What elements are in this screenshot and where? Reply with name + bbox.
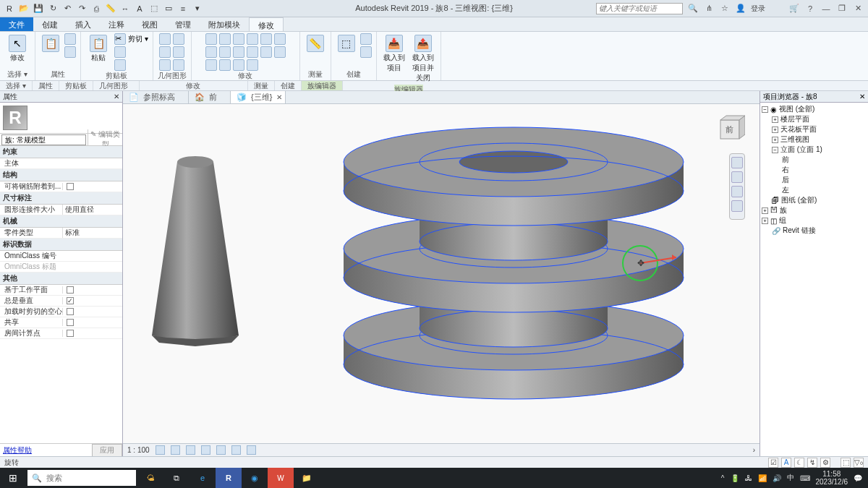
match-button[interactable] [114, 59, 148, 71]
node-views[interactable]: −◉视图 (全部) [762, 104, 867, 114]
delete-icon[interactable] [274, 46, 286, 58]
node-elev-left[interactable]: 左 [762, 185, 867, 195]
taskbar-search[interactable]: 🔍 搜索 [27, 470, 136, 486]
rebar-checkbox[interactable] [67, 183, 74, 190]
tab-view[interactable]: 视图 [133, 17, 166, 31]
tray-battery-icon[interactable]: 🔋 [731, 474, 739, 482]
hide-isolate-icon[interactable] [231, 445, 241, 455]
dim-icon[interactable]: ↔ [120, 4, 130, 14]
view-tab-3d[interactable]: 🧊 {三维}✕ [231, 91, 286, 103]
node-links[interactable]: 🔗Revit 链接 [762, 226, 867, 236]
copy-mod-icon[interactable] [247, 33, 258, 45]
align-icon[interactable] [205, 33, 217, 45]
group-icon[interactable] [360, 33, 372, 45]
scroll-right-icon[interactable]: › [753, 446, 755, 454]
view-tab-front[interactable]: 🏠 前 [189, 91, 231, 103]
mirror1-icon[interactable] [260, 33, 272, 45]
prop-void-cut[interactable]: 加载时剪切的空心 [0, 307, 122, 317]
editable-icon[interactable]: A [781, 458, 791, 468]
tray-ime-icon[interactable]: 中 [787, 473, 794, 483]
demolish-icon[interactable] [247, 59, 258, 71]
prop-share[interactable]: 共享 [0, 317, 122, 328]
split-icon[interactable] [233, 46, 244, 58]
minimize-button[interactable]: — [820, 3, 832, 14]
reveal-icon[interactable] [247, 445, 256, 455]
measure-icon[interactable]: 📏 [106, 4, 116, 14]
load-into-project-button[interactable]: 📥载入到 项目 [381, 33, 407, 74]
tab-annotate[interactable]: 注释 [100, 17, 133, 31]
cut-geom-icon[interactable] [159, 46, 171, 58]
trim-icon[interactable] [219, 46, 231, 58]
prop-host[interactable]: 主体 [0, 158, 122, 169]
properties-close-icon[interactable]: ✕ [114, 93, 119, 100]
workplane-checkbox[interactable] [67, 286, 74, 294]
filter-icon[interactable]: ▽₀ [854, 458, 864, 468]
tray-input-icon[interactable]: ⌨ [800, 474, 810, 482]
navigation-bar[interactable] [729, 153, 745, 220]
modify-button[interactable]: ↖修改 [4, 33, 30, 64]
join-icon[interactable] [173, 46, 184, 58]
extend-icon[interactable] [233, 59, 244, 71]
close-button[interactable]: ✕ [852, 3, 864, 14]
prop-part-type[interactable]: 零件类型标准 [0, 228, 122, 239]
section-icon[interactable]: ▭ [163, 4, 174, 14]
apply-button[interactable]: 应用 [92, 444, 122, 457]
print-icon[interactable]: ⎙ [91, 4, 101, 14]
move-icon[interactable] [219, 33, 231, 45]
prop-omni-num[interactable]: OmniClass 编号 [0, 251, 122, 262]
login-label[interactable]: 登录 [751, 4, 765, 14]
array-icon[interactable] [274, 33, 286, 45]
comm-icon[interactable]: ⋔ [703, 3, 715, 14]
detail-level-icon[interactable] [156, 445, 165, 455]
zoom-icon[interactable] [731, 186, 743, 197]
node-elev-front[interactable]: 前 [762, 155, 867, 165]
vertical-checkbox[interactable] [67, 297, 74, 304]
void-checkbox[interactable] [67, 308, 74, 315]
load-close-button[interactable]: 📤载入到 项目并关闭 [410, 33, 436, 85]
node-floor-plans[interactable]: +楼层平面 [762, 114, 867, 124]
taskbar-weather-icon[interactable]: 🌤 [137, 468, 163, 488]
node-elev-right[interactable]: 右 [762, 165, 867, 175]
prop-round-connector[interactable]: 圆形连接件大小使用直径 [0, 205, 122, 215]
moon-icon[interactable]: ☾ [794, 458, 804, 468]
design-options-icon[interactable]: ↯ [807, 458, 817, 468]
node-sheets[interactable]: 🗐图纸 (全部) [762, 195, 867, 205]
cope-icon[interactable] [159, 33, 171, 45]
share-checkbox[interactable] [67, 319, 74, 326]
3d-icon[interactable]: ⬚ [149, 4, 159, 14]
tray-wifi-icon[interactable]: 📶 [758, 474, 767, 482]
maximize-button[interactable]: ❐ [836, 3, 848, 14]
settings-icon[interactable]: ⚙ [820, 458, 830, 468]
tab-modify[interactable]: 修改 [249, 17, 284, 31]
visual-style-icon[interactable] [171, 445, 180, 455]
view-tab-close-icon[interactable]: ✕ [276, 93, 282, 101]
viewport-canvas[interactable]: ✥ 前 [123, 104, 760, 443]
save-icon[interactable]: 💾 [33, 4, 43, 14]
tab-insert[interactable]: 插入 [67, 17, 100, 31]
select-filter-icon[interactable]: ☑ [768, 458, 778, 468]
uncut-icon[interactable] [173, 33, 184, 45]
split-face-icon[interactable] [173, 59, 184, 71]
unpin-icon[interactable] [219, 59, 231, 71]
taskbar-taskview-icon[interactable]: ⧉ [163, 468, 190, 488]
thin-icon[interactable]: ≡ [178, 4, 188, 14]
prop-omni-title[interactable]: OmniClass 标题 [0, 262, 122, 273]
close-hidden-icon[interactable]: ▾ [192, 4, 203, 14]
undo-icon[interactable]: ↶ [62, 4, 72, 14]
properties-button[interactable]: 📋 [40, 33, 61, 53]
link-select-icon[interactable]: ⬚ [841, 458, 851, 468]
taskbar-explorer-icon[interactable]: 📁 [294, 468, 320, 488]
scale-label[interactable]: 1 : 100 [127, 446, 150, 454]
taskbar-revit-icon[interactable]: R [216, 468, 242, 488]
prop-room-calc[interactable]: 房间计算点 [0, 328, 122, 339]
open-icon[interactable]: 📂 [19, 4, 29, 14]
shadows-icon[interactable] [201, 445, 210, 455]
roomcalc-checkbox[interactable] [67, 330, 74, 337]
node-elevations[interactable]: −立面 (立面 1) [762, 145, 867, 155]
search-input[interactable] [596, 3, 683, 14]
prop-always-vertical[interactable]: 总是垂直 [0, 296, 122, 307]
user-icon[interactable]: 👤 [735, 3, 746, 14]
family-prop-icon[interactable] [64, 46, 76, 58]
tab-manage[interactable]: 管理 [166, 17, 200, 31]
sun-path-icon[interactable] [186, 445, 195, 455]
